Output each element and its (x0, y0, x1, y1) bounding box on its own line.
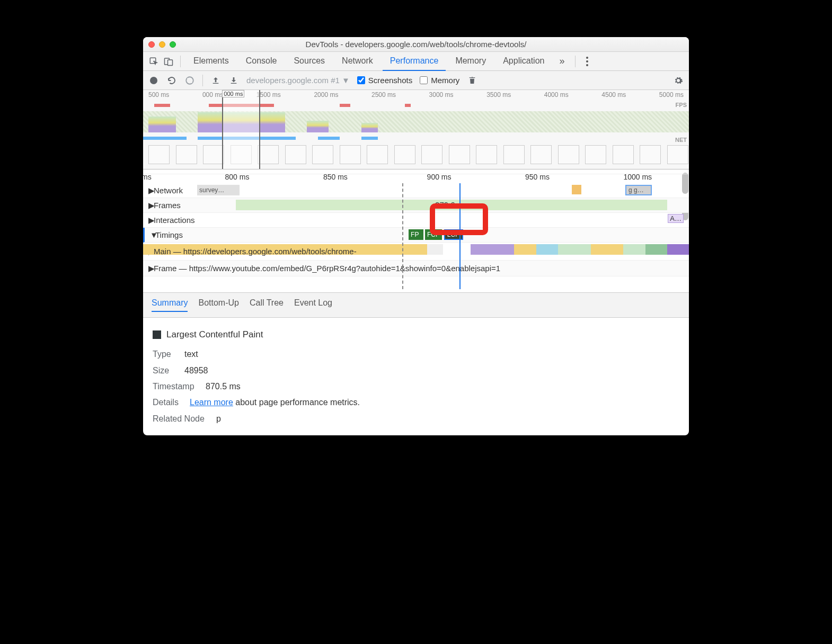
device-toggle-icon[interactable] (162, 55, 175, 68)
overview-tick: 2500 ms (371, 91, 396, 99)
overview-tick: 000 ms (202, 91, 223, 99)
ms-tick: ms (143, 173, 152, 181)
tab-performance[interactable]: Performance (383, 52, 446, 71)
details-pane-tabs: Summary Bottom-Up Call Tree Event Log (143, 292, 689, 318)
track-network[interactable]: ▶ Network survey… g g… (143, 183, 689, 198)
tab-call-tree[interactable]: Call Tree (250, 298, 284, 312)
tab-memory[interactable]: Memory (448, 52, 493, 71)
expand-arrow-icon[interactable]: ▶ (148, 201, 154, 210)
svg-point-3 (150, 77, 157, 84)
tabs-overflow-button[interactable]: » (554, 56, 570, 67)
collapse-arrow-icon[interactable]: ▼ (150, 230, 155, 239)
track-frame-youtube[interactable]: ▶ Frame — https://www.youtube.com/embed/… (143, 261, 689, 276)
tab-console[interactable]: Console (238, 52, 285, 71)
track-interactions-label: Interactions (154, 216, 195, 225)
lcp-marker-line (459, 183, 461, 289)
tab-bottom-up[interactable]: Bottom-Up (198, 298, 238, 312)
screenshots-checkbox-input[interactable] (357, 76, 365, 84)
clear-icon[interactable] (184, 75, 195, 86)
expand-arrow-icon[interactable]: ▶ (148, 186, 154, 195)
learn-more-link[interactable]: Learn more (190, 398, 233, 407)
detail-tick: 900 ms (427, 173, 452, 181)
overview-tick: 3000 ms (429, 91, 454, 99)
screenshots-checkbox-label: Screenshots (368, 76, 412, 85)
track-timings[interactable]: ▼ Timings FP FCP LCP (143, 228, 689, 243)
detail-tick: 850 ms (323, 173, 348, 181)
network-item[interactable]: survey… (197, 185, 240, 195)
summary-row-related-node: Related Node p (153, 411, 679, 427)
lcp-color-swatch (153, 330, 161, 339)
detail-ruler: ms 800 ms 850 ms 900 ms 950 ms 1000 ms (143, 169, 689, 174)
summary-title: Largest Contentful Paint (166, 326, 263, 343)
recording-selector[interactable]: developers.google.com #1 ▼ (246, 76, 350, 85)
record-icon[interactable] (148, 75, 159, 86)
summary-key: Related Node (153, 411, 211, 427)
network-request-block[interactable] (572, 185, 581, 194)
main-tabs: Elements Console Sources Network Perform… (143, 52, 689, 71)
settings-gear-icon[interactable] (673, 75, 684, 86)
summary-row-type: Type text (153, 346, 679, 362)
memory-checkbox-input[interactable] (420, 76, 428, 84)
more-options-icon[interactable] (581, 57, 594, 66)
track-main[interactable]: ▶ Main — https://developers.google.com/w… (143, 243, 689, 261)
summary-key: Size (153, 363, 179, 379)
track-frames[interactable]: ▶ Frames 279.6 ms (143, 198, 689, 213)
network-item[interactable]: g g… (625, 185, 652, 195)
track-timings-label: Timings (155, 230, 183, 239)
overview-selection-handle[interactable] (222, 90, 260, 169)
summary-row-details: Details Learn more about page performanc… (153, 395, 679, 410)
memory-checkbox-label: Memory (431, 76, 459, 85)
memory-checkbox[interactable]: Memory (420, 76, 459, 85)
tab-elements[interactable]: Elements (186, 52, 236, 71)
flame-chart[interactable]: ms 800 ms 850 ms 900 ms 950 ms 1000 ms ▶… (143, 169, 689, 292)
svg-rect-5 (213, 83, 219, 83)
track-interactions[interactable]: ▶ Interactions A… (143, 213, 689, 228)
expand-arrow-icon[interactable]: ▶ (148, 264, 154, 273)
overview-tick: 5000 ms (659, 91, 684, 99)
screenshots-checkbox[interactable]: Screenshots (357, 76, 412, 85)
summary-key: Type (153, 346, 179, 362)
overview-tick: 500 ms (148, 91, 169, 99)
reload-icon[interactable] (166, 75, 177, 86)
detail-tick: 1000 ms (623, 173, 652, 181)
tab-summary[interactable]: Summary (152, 298, 188, 312)
upload-icon[interactable] (210, 75, 221, 86)
expand-arrow-icon[interactable]: ▶ (148, 216, 154, 225)
track-network-label: Network (154, 186, 183, 195)
tab-sources[interactable]: Sources (286, 52, 332, 71)
summary-row-timestamp: Timestamp 870.5 ms (153, 379, 679, 395)
overview-tick: 2000 ms (314, 91, 338, 99)
tab-divider (180, 56, 181, 67)
inspect-icon[interactable] (147, 55, 160, 68)
overview-strip[interactable]: 500 ms 000 ms 1500 ms 2000 ms 2500 ms 30… (143, 90, 689, 169)
track-frame-youtube-label: Frame — https://www.youtube.com/embed/G_… (154, 264, 500, 273)
tab-network[interactable]: Network (334, 52, 380, 71)
summary-key: Timestamp (153, 379, 200, 395)
overview-selection-label: 000 ms (222, 90, 244, 97)
timing-fp-marker[interactable]: FP (409, 229, 423, 240)
summary-details-text: about page performance metrics. (233, 398, 360, 407)
summary-value: text (184, 346, 198, 362)
summary-value: 48958 (184, 363, 208, 379)
trash-icon[interactable] (467, 75, 477, 86)
svg-rect-6 (231, 83, 237, 83)
summary-title-row: Largest Contentful Paint (153, 326, 679, 343)
interaction-annotation[interactable]: A… (668, 214, 684, 223)
summary-value-node[interactable]: p (216, 411, 221, 427)
window-title: DevTools - developers.google.com/web/too… (143, 40, 689, 49)
summary-key: Details (153, 395, 184, 410)
summary-row-size: Size 48958 (153, 363, 679, 379)
toolbar-divider (202, 75, 203, 86)
overview-tick: 4500 ms (601, 91, 626, 99)
summary-value: 870.5 ms (206, 379, 241, 395)
playhead-dashed (402, 183, 403, 289)
devtools-window: DevTools - developers.google.com/web/too… (143, 37, 689, 435)
summary-value: Learn more about page performance metric… (190, 395, 360, 410)
tab-event-log[interactable]: Event Log (294, 298, 332, 312)
download-icon[interactable] (228, 75, 239, 86)
detail-tick: 800 ms (225, 173, 250, 181)
titlebar: DevTools - developers.google.com/web/too… (143, 37, 689, 52)
highlight-annotation (430, 203, 488, 235)
detail-tick: 950 ms (525, 173, 550, 181)
tab-application[interactable]: Application (495, 52, 552, 71)
